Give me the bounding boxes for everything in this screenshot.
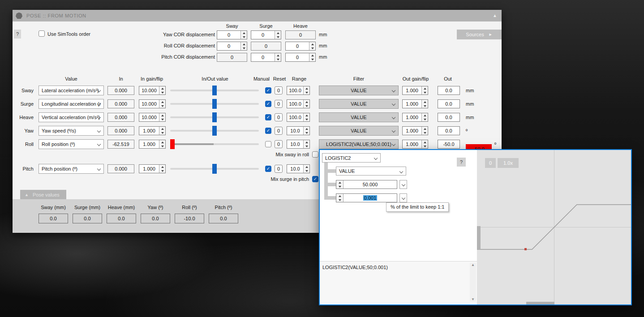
pitch-cor-sway-field[interactable]: 0 bbox=[217, 53, 247, 62]
slider-thumb[interactable] bbox=[212, 126, 217, 136]
heave-source-dropdown[interactable]: Vertical acceleration (m/s²) bbox=[39, 112, 104, 122]
graph-reset-button[interactable]: 0 bbox=[485, 158, 496, 168]
yaw-manual-checkbox[interactable]: ✓ bbox=[265, 128, 271, 134]
pitch-reset-button[interactable]: 0 bbox=[275, 165, 283, 173]
roll-filter-dropdown[interactable]: LOGISTIC2(VALUE;50;0.001) bbox=[319, 139, 399, 149]
spin-up-button[interactable] bbox=[422, 86, 428, 90]
slider-thumb[interactable] bbox=[212, 112, 217, 122]
spin-up-button[interactable] bbox=[422, 127, 428, 131]
surge-source-dropdown[interactable]: Longitudinal acceleration (r bbox=[39, 99, 104, 109]
spin-down-button[interactable] bbox=[159, 131, 165, 135]
spin-down-button[interactable] bbox=[309, 57, 315, 61]
spin-down-button[interactable] bbox=[159, 90, 165, 94]
spin-up-button[interactable] bbox=[422, 140, 428, 144]
spin-down-button[interactable] bbox=[309, 46, 315, 50]
slider-thumb[interactable] bbox=[212, 164, 217, 174]
spin-up-button[interactable] bbox=[309, 53, 315, 57]
spin-down-button[interactable] bbox=[422, 144, 428, 148]
window-titlebar[interactable]: POSE :: FROM MOTION ▲ bbox=[13, 10, 502, 21]
surge-out-gain-spinner[interactable]: 1.000 bbox=[402, 99, 428, 108]
yaw-source-dropdown[interactable]: Yaw speed (º/s) bbox=[39, 126, 104, 136]
sway-filter-dropdown[interactable]: VALUE bbox=[319, 86, 399, 95]
sway-source-dropdown[interactable]: Lateral acceleration (m/s²) bbox=[39, 86, 104, 95]
roll-cor-sway-spinner[interactable]: 0 bbox=[217, 42, 247, 51]
spin-up-button[interactable] bbox=[304, 127, 309, 131]
roll-out-gain-spinner[interactable]: 1.000 bbox=[402, 140, 428, 149]
spin-up-button[interactable] bbox=[275, 53, 281, 57]
spin-down-button[interactable] bbox=[304, 90, 309, 94]
yaw-in-gain-spinner[interactable]: 1.000 bbox=[139, 126, 166, 135]
spin-up-button[interactable] bbox=[159, 140, 165, 144]
sway-in-gain-spinner[interactable]: 10.000 bbox=[139, 86, 166, 95]
spin-down-button[interactable] bbox=[241, 35, 247, 39]
spin-up-button[interactable] bbox=[159, 165, 165, 169]
scroll-up-icon[interactable]: ▲ bbox=[471, 263, 475, 267]
spin-down-button[interactable] bbox=[422, 131, 428, 135]
spin-up-button[interactable] bbox=[422, 100, 428, 104]
spin-up-button[interactable] bbox=[304, 165, 309, 169]
spin-up-button[interactable] bbox=[422, 113, 428, 117]
roll-cor-heave-spinner[interactable]: 0 bbox=[285, 42, 316, 51]
formula-scrollbar[interactable]: ▲ ▼ bbox=[470, 263, 476, 302]
graph-horizontal-scrollbar[interactable] bbox=[526, 302, 554, 304]
yaw-filter-dropdown[interactable]: VALUE bbox=[319, 126, 399, 136]
spin-down-button[interactable] bbox=[159, 169, 165, 173]
spin-up-button[interactable] bbox=[159, 113, 165, 117]
keep-ratio-param-mode-dropdown[interactable] bbox=[399, 193, 407, 202]
spin-down-button[interactable] bbox=[304, 104, 309, 108]
yaw-out-gain-spinner[interactable]: 1.000 bbox=[402, 126, 428, 135]
heave-in-gain-spinner[interactable]: 10.000 bbox=[139, 113, 166, 122]
heave-filter-dropdown[interactable]: VALUE bbox=[319, 112, 399, 122]
collapse-window-icon[interactable]: ▲ bbox=[493, 13, 497, 18]
pitch-range-spinner[interactable]: 10.0 bbox=[287, 164, 310, 173]
heave-reset-button[interactable]: 0 bbox=[275, 113, 283, 121]
limit-param-mode-dropdown[interactable] bbox=[399, 180, 407, 189]
surge-filter-dropdown[interactable]: VALUE bbox=[319, 99, 399, 109]
spin-up-button[interactable] bbox=[336, 194, 343, 198]
mix-surge-in-pitch-checkbox[interactable]: ✓ bbox=[312, 176, 318, 182]
filter-type-dropdown[interactable]: LOGISTIC2 bbox=[322, 153, 381, 163]
graph-vertical-scrollbar[interactable] bbox=[477, 226, 481, 249]
spin-up-button[interactable] bbox=[159, 86, 165, 90]
selected-text[interactable]: 0.001 bbox=[363, 195, 378, 201]
spin-up-button[interactable] bbox=[241, 42, 247, 46]
pose-values-tab[interactable]: ▲ Pose values bbox=[20, 190, 66, 199]
slider-thumb[interactable] bbox=[170, 139, 175, 149]
spin-down-button[interactable] bbox=[159, 104, 165, 108]
spin-up-button[interactable] bbox=[304, 100, 309, 104]
heave-manual-checkbox[interactable]: ✓ bbox=[265, 114, 271, 120]
surge-in-gain-spinner[interactable]: 10.000 bbox=[139, 99, 166, 108]
roll-reset-button[interactable]: 0 bbox=[275, 140, 283, 148]
pitch-cor-surge-spinner[interactable]: 0 bbox=[251, 53, 281, 62]
spin-down-button[interactable] bbox=[159, 144, 165, 148]
pitch-in-gain-spinner[interactable]: 1.000 bbox=[139, 164, 166, 173]
roll-range-spinner[interactable]: 10.0 bbox=[287, 140, 310, 149]
spin-up-button[interactable] bbox=[159, 100, 165, 104]
mix-sway-in-roll-checkbox[interactable] bbox=[312, 151, 318, 158]
pitch-inout-slider[interactable] bbox=[170, 164, 259, 174]
filter-graph-panel[interactable]: 0 1.0x bbox=[477, 150, 631, 304]
pitch-cor-heave-spinner[interactable]: 0 bbox=[285, 53, 316, 62]
surge-manual-checkbox[interactable]: ✓ bbox=[265, 101, 271, 107]
spin-down-button[interactable] bbox=[275, 57, 281, 61]
graph-zoom-button[interactable]: 1.0x bbox=[498, 158, 519, 168]
yaw-cor-surge-spinner[interactable]: 0 bbox=[251, 30, 281, 39]
sway-inout-slider[interactable] bbox=[170, 86, 259, 95]
yaw-range-spinner[interactable]: 10.0 bbox=[287, 126, 310, 135]
yaw-reset-button[interactable]: 0 bbox=[275, 127, 283, 135]
roll-inout-slider[interactable] bbox=[170, 139, 259, 149]
yaw-cor-sway-spinner[interactable]: 0 bbox=[217, 30, 247, 39]
sway-manual-checkbox[interactable]: ✓ bbox=[265, 87, 271, 94]
surge-reset-button[interactable]: 0 bbox=[275, 100, 283, 108]
surge-range-spinner[interactable]: 100.0 bbox=[287, 99, 310, 108]
spin-up-button[interactable] bbox=[304, 113, 309, 117]
heave-range-spinner[interactable]: 100.0 bbox=[287, 113, 310, 122]
spin-up-button[interactable] bbox=[336, 180, 343, 184]
roll-source-dropdown[interactable]: Roll position (º) bbox=[39, 139, 104, 149]
spin-down-button[interactable] bbox=[304, 169, 309, 173]
roll-cor-surge-field[interactable]: 0 bbox=[251, 42, 281, 51]
spin-down-button[interactable] bbox=[304, 117, 309, 121]
spin-down-button[interactable] bbox=[422, 90, 428, 94]
spin-down-button[interactable] bbox=[336, 198, 343, 202]
pitch-manual-checkbox[interactable]: ✓ bbox=[265, 166, 271, 172]
